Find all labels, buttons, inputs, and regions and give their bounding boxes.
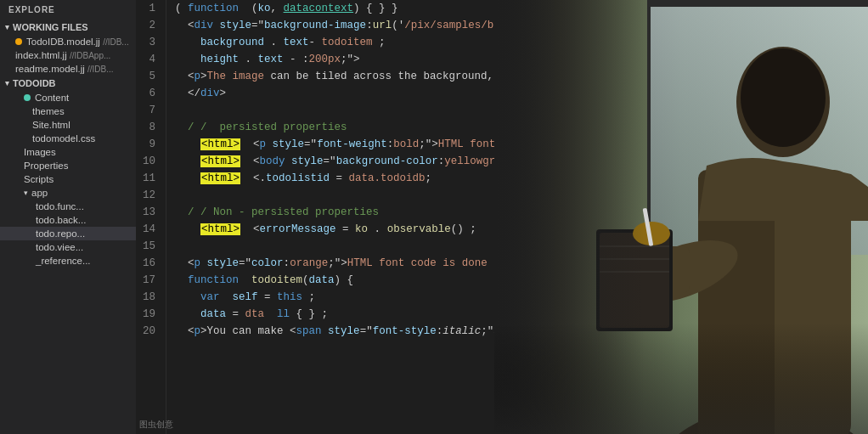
file-name-index: index.html.jj — [15, 50, 67, 60]
tree-images[interactable]: Images — [0, 145, 136, 159]
tree-todomodel[interactable]: todomodel.css — [0, 132, 136, 145]
tree-todo-func-label: todo.func... — [36, 201, 84, 211]
file-path-index: //IDBApp... — [70, 51, 110, 60]
sidebar: EXPLORE ▾ WORKING FILES TodoIDB.model.jj… — [0, 0, 136, 434]
tree-todo-repo[interactable]: todo.repo... — [0, 227, 136, 240]
app-arrow: ▾ — [24, 189, 28, 197]
todoidb-section[interactable]: ▾ TODOIDB — [0, 76, 136, 91]
working-files-label: WORKING FILES — [13, 22, 88, 32]
tree-todomodel-label: todomodel.css — [32, 133, 95, 144]
tree-reference-label: _reference... — [36, 256, 91, 266]
tree-properties-label: Properties — [24, 161, 68, 171]
line-numbers: 12345 678910 1112131415 1617181920 — [136, 0, 166, 434]
explore-header: EXPLORE — [0, 0, 136, 20]
dot-green — [24, 94, 31, 101]
todoidb-arrow: ▾ — [5, 79, 9, 87]
editor-area: 12345 678910 1112131415 1617181920 ( fun… — [136, 0, 868, 434]
tree-todo-viee[interactable]: todo.viee... — [0, 240, 136, 254]
working-files-section[interactable]: ▾ WORKING FILES — [0, 20, 136, 35]
file-index[interactable]: index.html.jj //IDBApp... — [0, 48, 136, 62]
watermark: 图虫创意 — [139, 419, 173, 431]
tree-site[interactable]: Site.html — [0, 118, 136, 132]
tree-content[interactable]: Content — [0, 91, 136, 104]
file-TodoIDB[interactable]: TodoIDB.model.jj //IDB... — [0, 35, 136, 48]
file-path: //IDB... — [103, 37, 129, 47]
tree-todo-back[interactable]: todo.back... — [0, 213, 136, 227]
todoidb-label: TODOIDB — [13, 78, 56, 88]
file-path-readme: //IDB... — [87, 65, 114, 74]
tree-scripts-label: Scripts — [24, 174, 54, 184]
tree-reference[interactable]: _reference... — [0, 254, 136, 268]
tree-images-label: Images — [24, 147, 56, 157]
tree-item-label: Content — [35, 93, 69, 103]
tree-themes[interactable]: themes — [0, 104, 136, 118]
tree-app[interactable]: ▾ app — [0, 186, 136, 200]
tree-todo-back-label: todo.back... — [36, 215, 86, 225]
tree-todo-func[interactable]: todo.func... — [0, 200, 136, 213]
svg-rect-19 — [494, 323, 868, 434]
tree-todo-repo-label: todo.repo... — [36, 228, 85, 239]
file-name-readme: readme.model.jj — [15, 64, 85, 74]
tree-app-label: app — [31, 188, 48, 198]
photo-overlay — [494, 0, 868, 434]
file-readme[interactable]: readme.model.jj //IDB... — [0, 62, 136, 76]
tree-themes-label: themes — [32, 106, 65, 116]
tree-todo-viee-label: todo.viee... — [36, 242, 83, 252]
working-files-arrow: ▾ — [5, 23, 9, 31]
dot-orange — [15, 38, 22, 45]
tree-site-label: Site.html — [32, 120, 70, 130]
tree-scripts[interactable]: Scripts — [0, 172, 136, 186]
file-name: TodoIDB.model.jj — [26, 37, 100, 47]
tree-properties[interactable]: Properties — [0, 159, 136, 172]
